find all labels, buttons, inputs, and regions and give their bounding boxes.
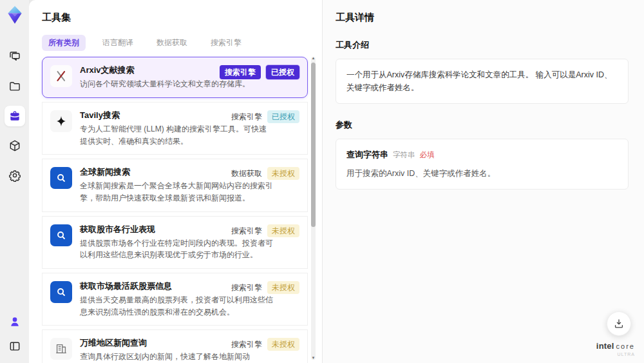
tool-card-regional-news[interactable]: 万维地区新闻查询 查询具体行政区划内的新闻，快速了解各地新闻动 搜索引擎 未授权 [42,329,308,363]
tool-list: Arxiv文献搜索 访问各个研究领域大量科学论文和文章的存储库。 搜索引擎 已授… [42,57,308,363]
tool-card-arxiv[interactable]: Arxiv文献搜索 访问各个研究领域大量科学论文和文章的存储库。 搜索引擎 已授… [42,57,308,98]
sidebar-item-chat[interactable] [5,46,25,67]
param-name: 查询字符串 [346,148,388,162]
tool-list-panel: 工具集 所有类别 语言翻译 数据获取 搜索引擎 Arxiv文献搜索 访问各个研究… [29,0,322,363]
tavily-star-icon [50,110,72,132]
sidebar-item-settings[interactable] [5,165,25,186]
blue-search-icon [50,281,72,303]
tool-badges: 搜索引擎 未授权 [231,224,299,237]
category-badge: 搜索引擎 [231,110,262,123]
param-box: 查询字符串 字符串 必填 用于搜索的Arxiv ID、关键字或作者姓名。 [336,139,629,190]
tab-data-fetch[interactable]: 数据获取 [150,35,194,51]
brand-core-text: core [616,343,635,350]
tool-desc: 查询具体行政区划内的新闻，快速了解各地新闻动 [80,351,250,363]
category-badge: 搜索引擎 [231,224,262,237]
tool-desc: 访问各个研究领域大量科学论文和文章的存储库。 [80,78,250,90]
brand-sub-text: ULTRA [596,352,635,357]
detail-title: 工具详情 [336,12,629,24]
tool-card-global-news[interactable]: 全球新闻搜索 全球新闻搜索是一个聚合全球各大新闻网站内容的搜索引擎，帮助用户快速… [42,159,308,211]
param-type: 字符串 [393,149,415,161]
auth-status-badge: 未授权 [267,338,299,351]
tool-badges: 搜索引擎 未授权 [231,281,299,294]
app-logo-diamond [5,5,24,25]
sidebar-item-collapse[interactable] [5,336,25,357]
tab-search-engine[interactable]: 搜索引擎 [204,35,248,51]
building-news-icon [50,338,72,360]
tool-desc: 提供股票市场各个行业在特定时间段内的表现。投资者可以利用这些信息来识别表现优于或… [80,237,273,261]
params-heading: 参数 [336,119,629,131]
tool-badges: 数据获取 未授权 [231,167,299,180]
sidebar-item-files[interactable] [5,76,25,97]
tab-all-categories[interactable]: 所有类别 [42,35,86,51]
sidebar-item-packages[interactable] [5,135,25,156]
tool-card-sector-performance[interactable]: 获取股市各行业表现 提供股票市场各个行业在特定时间段内的表现。投资者可以利用这些… [42,216,308,269]
arxiv-icon [50,65,72,87]
user-icon [8,315,21,328]
main-surface: 工具集 所有类别 语言翻译 数据获取 搜索引擎 Arxiv文献搜索 访问各个研究… [29,0,644,363]
download-icon [613,318,625,329]
auth-status-badge: 未授权 [267,167,299,180]
scrollbar-thumb[interactable] [311,63,316,227]
list-scrollbar[interactable]: ▲ ▼ [311,57,316,360]
tool-badges: 搜索引擎 已授权 [231,110,299,123]
intro-box: 一个用于从Arxiv存储库搜索科学论文和文章的工具。 输入可以是Arxiv ID… [336,59,629,104]
category-badge: 搜索引擎 [231,338,262,351]
brand-intel-text: intel [596,342,614,350]
panel-toggle-icon [8,340,21,353]
tool-text: 万维地区新闻查询 查询具体行政区划内的新闻，快速了解各地新闻动 [80,337,250,363]
tool-desc: 专为人工智能代理 (LLM) 构建的搜索引擎工具。可快速提供实时、准确和真实的结… [80,123,273,147]
sidebar-item-toolbox[interactable] [5,106,25,126]
folder-icon [8,80,21,93]
settings-icon [8,169,21,182]
auth-status-badge: 未授权 [267,224,299,237]
category-badge: 搜索引擎 [231,281,262,294]
blue-search-icon [50,224,72,246]
tool-card-most-active-stocks[interactable]: 获取市场最活跃股票信息 提供当天交易量最高的股票列表，投资者可以利用这些信息来识… [42,273,308,326]
tool-detail-panel: 工具详情 工具介绍 一个用于从Arxiv存储库搜索科学论文和文章的工具。 输入可… [322,0,644,363]
page-title: 工具集 [42,12,322,24]
app-sidebar [0,0,29,363]
param-head: 查询字符串 字符串 必填 [346,148,618,162]
auth-status-badge: 未授权 [267,281,299,294]
tool-badges: 搜索引擎 未授权 [231,338,299,351]
tool-badges: 搜索引擎 已授权 [220,65,299,79]
intro-heading: 工具介绍 [336,39,629,51]
sidebar-item-profile[interactable] [5,311,25,332]
blue-search-icon [50,167,72,189]
category-badge: 搜索引擎 [220,65,261,79]
tool-desc: 全球新闻搜索是一个聚合全球各大新闻网站内容的搜索引擎，帮助用户快速获取全球最新资… [80,180,273,204]
tool-name: 万维地区新闻查询 [80,337,250,349]
download-button[interactable] [607,311,631,336]
tab-language-translation[interactable]: 语言翻译 [96,35,140,51]
auth-status-badge: 已授权 [267,110,299,123]
scroll-down-arrow-icon[interactable]: ▼ [311,356,316,360]
param-desc: 用于搜索的Arxiv ID、关键字或作者姓名。 [346,167,618,180]
tool-desc: 提供当天交易量最高的股票列表，投资者可以利用这些信息来识别流动性强的股票和潜在的… [80,294,273,318]
intel-core-logo: intel core ULTRA [596,342,635,357]
toolbox-icon [8,110,21,123]
chat-icon [8,50,21,63]
scroll-up-arrow-icon[interactable]: ▲ [311,56,316,60]
category-badge: 数据获取 [231,167,262,180]
tool-card-tavily[interactable]: Tavily搜索 专为人工智能代理 (LLM) 构建的搜索引擎工具。可快速提供实… [42,102,308,155]
param-required-flag: 必填 [420,149,435,161]
category-tabs: 所有类别 语言翻译 数据获取 搜索引擎 [42,35,322,51]
cube-icon [8,139,21,152]
auth-status-badge: 已授权 [266,65,299,79]
